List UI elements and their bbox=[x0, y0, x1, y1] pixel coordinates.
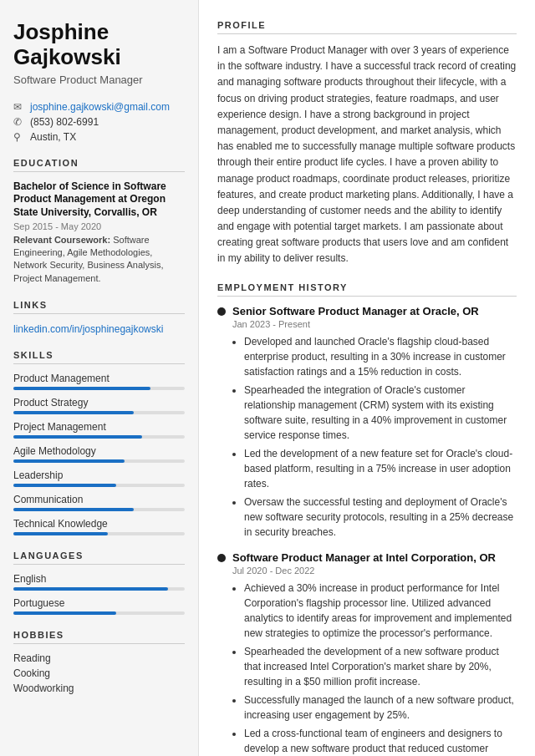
job-title: Senior Software Product Manager at Oracl… bbox=[232, 305, 479, 317]
education-section-title: EDUCATION bbox=[13, 158, 185, 172]
job-bullet: Spearheaded the development of a new sof… bbox=[244, 644, 517, 689]
job-dates: Jan 2023 - Present bbox=[232, 319, 517, 329]
phone-item: ✆ (853) 802-6991 bbox=[13, 116, 185, 128]
job-title: Software Product Manager at Intel Corpor… bbox=[232, 551, 496, 564]
employment-section-title: EMPLOYMENT HISTORY bbox=[217, 282, 517, 297]
location-value: Austin, TX bbox=[30, 131, 76, 143]
hobby-item: Cooking bbox=[13, 667, 185, 679]
skill-bar-bg bbox=[13, 387, 185, 390]
skill-label: Project Management bbox=[13, 421, 185, 433]
language-item: Portuguese bbox=[13, 597, 185, 615]
email-link[interactable]: josphine.gajkowski@gmail.com bbox=[30, 101, 170, 113]
phone-value: (853) 802-6991 bbox=[30, 116, 99, 128]
language-bar-fill bbox=[13, 611, 116, 615]
job-title-row: Senior Software Product Manager at Oracl… bbox=[217, 305, 517, 317]
skill-label: Leadership bbox=[13, 469, 185, 481]
skill-bar-bg bbox=[13, 459, 185, 463]
skills-section-title: SKILLS bbox=[13, 350, 185, 364]
skill-label: Communication bbox=[13, 494, 185, 505]
candidate-title: Software Product Manager bbox=[13, 74, 185, 86]
job-block: Software Product Manager at Intel Corpor… bbox=[217, 551, 517, 756]
job-dates: Jul 2020 - Dec 2022 bbox=[232, 566, 517, 576]
skill-bar-fill bbox=[13, 435, 142, 439]
language-label: English bbox=[13, 573, 185, 585]
job-bullet: Developed and launched Oracle's flagship… bbox=[244, 334, 517, 379]
language-item: English bbox=[13, 573, 185, 591]
contact-block: ✉ josphine.gajkowski@gmail.com ✆ (853) 8… bbox=[13, 101, 185, 143]
location-icon: ⚲ bbox=[13, 131, 25, 143]
linkedin-link[interactable]: linkedin.com/in/josphinegajkowski bbox=[13, 323, 163, 335]
skill-label: Agile Methodology bbox=[13, 445, 185, 457]
candidate-name: Josphine Gajkowski bbox=[13, 20, 185, 70]
language-bar-bg bbox=[13, 587, 185, 591]
skill-item: Product Strategy bbox=[13, 397, 185, 414]
job-bullet: Led the development of a new feature set… bbox=[244, 446, 517, 491]
skill-item: Leadership bbox=[13, 469, 185, 487]
skill-bar-fill bbox=[13, 484, 116, 487]
skill-label: Product Strategy bbox=[13, 397, 185, 408]
skill-item: Agile Methodology bbox=[13, 445, 185, 463]
job-bullet: Spearheaded the integration of Oracle's … bbox=[244, 383, 517, 443]
skill-bar-fill bbox=[13, 411, 134, 414]
skill-item: Communication bbox=[13, 494, 185, 511]
hobby-item: Reading bbox=[13, 652, 185, 664]
skill-bar-fill bbox=[13, 532, 108, 535]
edu-degree: Bachelor of Science in Software Product … bbox=[13, 180, 185, 220]
edu-coursework: Relevant Coursework: Software Engineerin… bbox=[13, 234, 185, 286]
skill-label: Product Management bbox=[13, 373, 185, 384]
job-dot bbox=[217, 554, 226, 562]
skill-bar-fill bbox=[13, 387, 150, 390]
job-title-row: Software Product Manager at Intel Corpor… bbox=[217, 551, 517, 564]
hobbies-section-title: HOBBIES bbox=[13, 630, 185, 644]
skill-item: Technical Knowledge bbox=[13, 518, 185, 535]
job-bullet: Successfully managed the launch of a new… bbox=[244, 693, 517, 723]
linkedin-link-item: linkedin.com/in/josphinegajkowski bbox=[13, 322, 185, 335]
jobs-list: Senior Software Product Manager at Oracl… bbox=[217, 305, 517, 756]
skills-list: Product Management Product Strategy Proj… bbox=[13, 373, 185, 535]
links-section-title: LINKS bbox=[13, 300, 185, 314]
sidebar: Josphine Gajkowski Software Product Mana… bbox=[0, 0, 199, 756]
languages-section-title: LANGUAGES bbox=[13, 551, 185, 565]
language-label: Portuguese bbox=[13, 597, 185, 609]
coursework-label: Relevant Coursework: bbox=[13, 235, 110, 245]
skill-bar-bg bbox=[13, 508, 185, 511]
job-bullet: Oversaw the successful testing and deplo… bbox=[244, 495, 517, 540]
email-icon: ✉ bbox=[13, 101, 25, 113]
job-bullet: Achieved a 30% increase in product perfo… bbox=[244, 581, 517, 641]
languages-list: English Portuguese bbox=[13, 573, 185, 615]
skill-bar-bg bbox=[13, 484, 185, 487]
profile-text: I am a Software Product Manager with ove… bbox=[217, 43, 517, 267]
skill-bar-bg bbox=[13, 532, 185, 535]
main-content: PROFILE I am a Software Product Manager … bbox=[199, 0, 535, 756]
location-item: ⚲ Austin, TX bbox=[13, 131, 185, 143]
language-bar-fill bbox=[13, 587, 168, 591]
job-bullets: Developed and launched Oracle's flagship… bbox=[232, 334, 517, 540]
skill-item: Project Management bbox=[13, 421, 185, 439]
hobbies-list: ReadingCookingWoodworking bbox=[13, 652, 185, 694]
email-item: ✉ josphine.gajkowski@gmail.com bbox=[13, 101, 185, 113]
skill-item: Product Management bbox=[13, 373, 185, 390]
phone-icon: ✆ bbox=[13, 116, 25, 128]
resume-container: Josphine Gajkowski Software Product Mana… bbox=[0, 0, 535, 756]
job-bullets: Achieved a 30% increase in product perfo… bbox=[232, 581, 517, 756]
skill-bar-bg bbox=[13, 411, 185, 414]
skill-label: Technical Knowledge bbox=[13, 518, 185, 530]
job-dot bbox=[217, 307, 226, 316]
edu-dates: Sep 2015 - May 2020 bbox=[13, 221, 185, 231]
skill-bar-fill bbox=[13, 459, 125, 463]
skill-bar-bg bbox=[13, 435, 185, 439]
hobby-item: Woodworking bbox=[13, 682, 185, 694]
profile-section-title: PROFILE bbox=[217, 20, 517, 34]
language-bar-bg bbox=[13, 611, 185, 615]
job-bullet: Led a cross-functional team of engineers… bbox=[244, 726, 517, 756]
job-block: Senior Software Product Manager at Oracl… bbox=[217, 305, 517, 540]
skill-bar-fill bbox=[13, 508, 134, 511]
